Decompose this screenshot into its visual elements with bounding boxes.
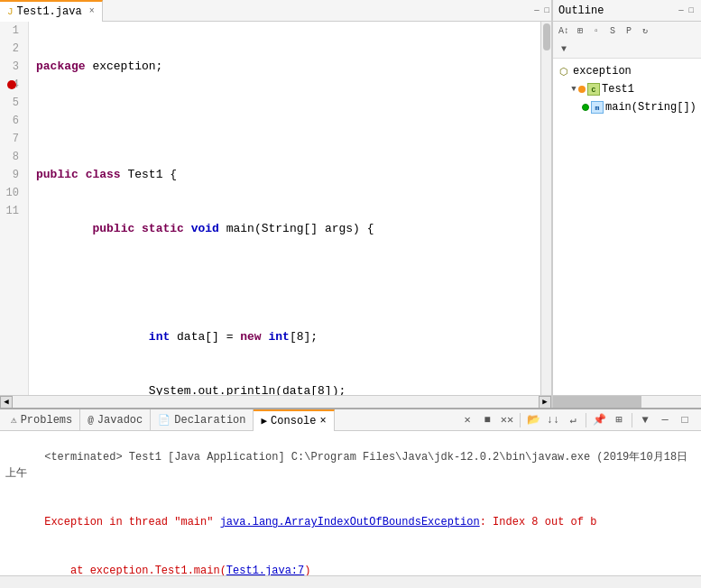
console-tab-close[interactable]: × — [320, 415, 327, 427]
tab-problems[interactable]: ⚠ Problems — [4, 409, 80, 431]
minimize-outline-btn[interactable]: ─ — [677, 5, 685, 16]
java-file-icon: J — [7, 6, 14, 17]
toolbar-sep-2 — [586, 413, 586, 427]
tab-javadoc[interactable]: @ Javadoc — [80, 409, 151, 431]
editor-tab-bar: J Test1.java × ─ □ — [0, 0, 551, 22]
bottom-tab-bar: ⚠ Problems @ Javadoc 📄 Declaration ▶ Con… — [0, 409, 701, 431]
pin-console-btn[interactable]: 📌 — [590, 411, 608, 429]
maximize-editor-btn[interactable]: □ — [543, 5, 551, 16]
terminated-text: <terminated> Test1 [Java Application] C:… — [5, 451, 694, 480]
open-file-btn[interactable]: 📂 — [524, 411, 542, 429]
exception-suffix: : Index 8 out of b — [480, 516, 597, 528]
tab-declaration[interactable]: 📄 Declaration — [151, 409, 254, 431]
method-icon: m — [591, 101, 604, 114]
outline-extra-btn[interactable]: ▼ — [557, 41, 571, 56]
outline-item-method[interactable]: m main(String[]) — [553, 98, 701, 116]
line-numbers: 1 2 3 4 5 6 7 8 9 10 11 — [0, 22, 29, 395]
tab-javadoc-label: Javadoc — [97, 414, 143, 427]
tab-declaration-label: Declaration — [174, 414, 245, 427]
stacktrace-suffix: ) — [304, 565, 310, 575]
bottom-panel: ⚠ Problems @ Javadoc 📄 Declaration ▶ Con… — [0, 408, 701, 588]
stop-terminate-btn[interactable]: ■ — [478, 411, 496, 429]
hscroll-track[interactable] — [13, 396, 539, 408]
line-num-6: 6 — [5, 112, 23, 130]
outline-panel: Outline ─ □ A↕ ⊞ ▫ S P ↻ ▼ ⬡ exception — [552, 0, 701, 408]
console-exception-line: Exception in thread "main" java.lang.Arr… — [5, 498, 696, 547]
editor-vscroll-thumb[interactable] — [543, 23, 550, 51]
method-dot — [582, 104, 589, 111]
clear-console-btn[interactable]: ✕ — [458, 411, 476, 429]
line-num-7: 7 — [5, 130, 23, 148]
hscroll-left-btn[interactable]: ◀ — [0, 396, 13, 409]
editor-panel: J Test1.java × ─ □ 1 2 3 4 5 6 7 8 9 — [0, 0, 552, 408]
word-wrap-btn[interactable]: ↵ — [564, 411, 582, 429]
console-toolbar: ✕ ■ ✕✕ 📂 ↓↓ ↵ 📌 ⊞ ▼ ─ □ — [458, 411, 697, 429]
code-line-4: public static void main(String[] args) { — [36, 220, 533, 238]
outline-item-class[interactable]: ▼ C Test1 — [553, 80, 701, 98]
line-num-8: 8 — [5, 148, 23, 166]
outline-sync-btn[interactable]: ↻ — [638, 23, 652, 38]
hscroll-right-btn[interactable]: ▶ — [539, 396, 551, 409]
editor-vscrollbar[interactable] — [540, 22, 551, 395]
editor-hscrollbar[interactable]: ◀ ▶ — [0, 395, 551, 408]
outline-item-package[interactable]: ⬡ exception — [553, 62, 701, 80]
outline-class-label: Test1 — [602, 83, 634, 96]
code-line-2 — [36, 112, 533, 130]
tab-console-label: Console — [271, 415, 316, 427]
stacktrace-link[interactable]: Test1.java:7 — [226, 565, 304, 575]
toolbar-sep-1 — [520, 413, 521, 427]
class-dot — [578, 86, 586, 93]
outline-hide-fields-btn[interactable]: ▫ — [589, 23, 604, 38]
class-icon: C — [587, 83, 600, 96]
javadoc-icon: @ — [88, 415, 94, 426]
code-line-7: System.out.println(data[8]); — [36, 382, 533, 395]
outline-tree: ⬡ exception ▼ C Test1 m main(String[]) — [553, 59, 701, 395]
maximize-outline-btn[interactable]: □ — [687, 5, 696, 16]
line-num-1: 1 — [5, 22, 23, 40]
minimize-console-btn[interactable]: ─ — [656, 411, 674, 429]
scroll-end-btn[interactable]: ↓↓ — [544, 411, 562, 429]
minimize-editor-btn[interactable]: ─ — [532, 5, 540, 16]
new-console-btn[interactable]: ⊞ — [610, 411, 628, 429]
declaration-icon: 📄 — [158, 414, 171, 426]
tab-problems-label: Problems — [21, 414, 73, 427]
outline-sort-alpha-btn[interactable]: A↕ — [557, 23, 571, 38]
exception-link[interactable]: java.lang.ArrayIndexOutOfBoundsException — [220, 516, 480, 528]
console-output: <terminated> Test1 [Java Application] C:… — [0, 431, 701, 575]
exception-prefix: Exception in thread "main" — [44, 516, 219, 528]
console-hscrollbar[interactable] — [0, 575, 701, 588]
editor-tab-close[interactable]: × — [89, 6, 95, 16]
editor-tab-test1[interactable]: J Test1.java × — [0, 0, 103, 22]
line-num-3: 3 — [5, 58, 23, 76]
line-num-2: 2 — [5, 40, 23, 58]
console-terminated-line: <terminated> Test1 [Java Application] C:… — [5, 433, 696, 498]
outline-title: Outline — [558, 5, 604, 17]
code-line-1: package exception; — [36, 58, 533, 76]
code-editor[interactable]: package exception; public class Test1 { … — [29, 22, 540, 395]
class-chevron-icon: ▼ — [569, 85, 578, 94]
outline-panel-controls: ─ □ — [677, 5, 696, 16]
outline-sort-category-btn[interactable]: ⊞ — [573, 23, 587, 38]
stacktrace-prefix: at exception.Test1.main( — [44, 565, 226, 575]
toolbar-sep-3 — [632, 413, 632, 427]
outline-hscroll-thumb[interactable] — [553, 396, 641, 408]
console-stacktrace-line: at exception.Test1.main(Test1.java:7) — [5, 547, 696, 575]
outline-toolbar-row: A↕ ⊞ ▫ S P ↻ ▼ — [553, 22, 701, 59]
editor-panel-controls: ─ □ — [532, 5, 551, 16]
line-num-11: 11 — [5, 202, 23, 220]
console-icon: ▶ — [261, 415, 267, 427]
editor-tab-label: Test1.java — [17, 5, 82, 18]
remove-launch-btn[interactable]: ✕✕ — [498, 411, 516, 429]
editor-content[interactable]: 1 2 3 4 5 6 7 8 9 10 11 package exceptio… — [0, 22, 551, 395]
line-num-10: 10 — [5, 184, 23, 202]
dropdown-btn[interactable]: ▼ — [636, 411, 654, 429]
outline-hscrollbar[interactable] — [553, 395, 701, 408]
line-num-4: 4 — [5, 76, 23, 94]
outline-hide-static-btn[interactable]: S — [605, 23, 620, 38]
outline-show-public-btn[interactable]: P — [622, 23, 636, 38]
tab-console[interactable]: ▶ Console × — [254, 409, 334, 431]
code-line-6: int data[] = new int[8]; — [36, 328, 533, 346]
code-line-5 — [36, 274, 533, 292]
maximize-console-btn[interactable]: □ — [676, 411, 694, 429]
problems-icon: ⚠ — [11, 414, 17, 426]
